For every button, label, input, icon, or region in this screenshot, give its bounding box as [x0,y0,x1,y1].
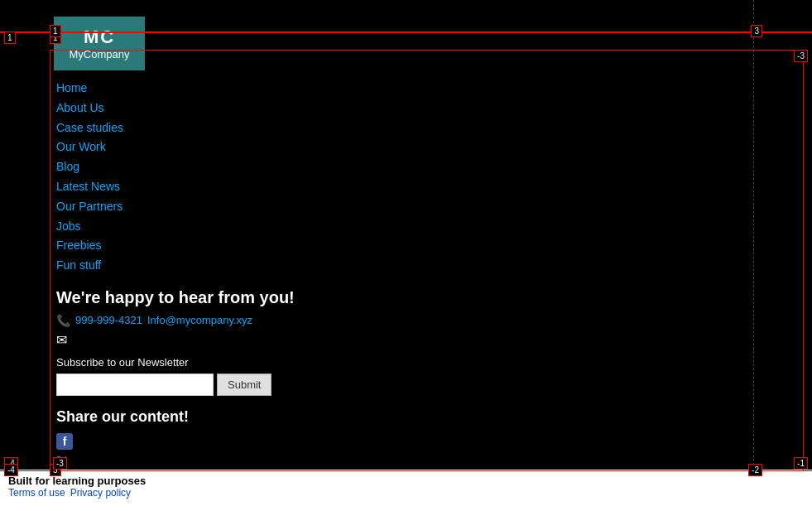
send-icon: ✉ [56,332,812,348]
share-heading: Share our content! [56,408,812,426]
logo-company-name: MyCompany [62,48,137,60]
nav-case-studies[interactable]: Case studies [56,118,812,138]
nav-freebies[interactable]: Freebies [56,236,812,256]
nav-our-work[interactable]: Our Work [56,137,812,157]
footer-links: Terms of use Privacy policy [8,487,804,499]
navigation: Home About Us Case studies Our Work Blog… [56,79,812,276]
nav-about-us[interactable]: About Us [56,99,812,118]
logo-box[interactable]: MC MyCompany [54,17,145,70]
footer-privacy-link[interactable]: Privacy policy [70,487,131,499]
nav-fun-stuff[interactable]: Fun stuff [56,256,812,276]
newsletter-input[interactable] [56,374,214,396]
nav-our-partners[interactable]: Our Partners [56,197,812,217]
phone-icon: 📞 [56,314,70,327]
facebook-icon[interactable]: f [56,432,73,450]
main-content: MC MyCompany Home About Us Case studies … [0,0,812,493]
nav-home[interactable]: Home [56,79,812,99]
newsletter-section: Subscribe to our Newsletter Submit [56,356,812,396]
footer-built-text: Built for learning purposes [8,475,804,487]
newsletter-form: Submit [56,374,812,396]
twitter-icon[interactable]: 𝕏 [56,453,69,471]
top-red-line [0,31,812,33]
contact-heading: We're happy to hear from you! [56,288,812,307]
footer: Built for learning purposes Terms of use… [0,470,812,511]
contact-section: We're happy to hear from you! 📞 999-999-… [56,288,812,348]
newsletter-label: Subscribe to our Newsletter [56,356,812,369]
contact-email[interactable]: Info@mycompany.xyz [147,314,252,326]
nav-jobs[interactable]: Jobs [56,217,812,237]
contact-phone[interactable]: 999-999-4321 [75,314,142,326]
logo-initials: MC [62,27,137,48]
nav-latest-news[interactable]: Latest News [56,177,812,197]
nav-blog[interactable]: Blog [56,157,812,177]
contact-info: 📞 999-999-4321 Info@mycompany.xyz [56,314,812,327]
footer-terms-link[interactable]: Terms of use [8,487,65,499]
newsletter-submit-button[interactable]: Submit [217,374,271,396]
bottom-separator [0,470,812,471]
